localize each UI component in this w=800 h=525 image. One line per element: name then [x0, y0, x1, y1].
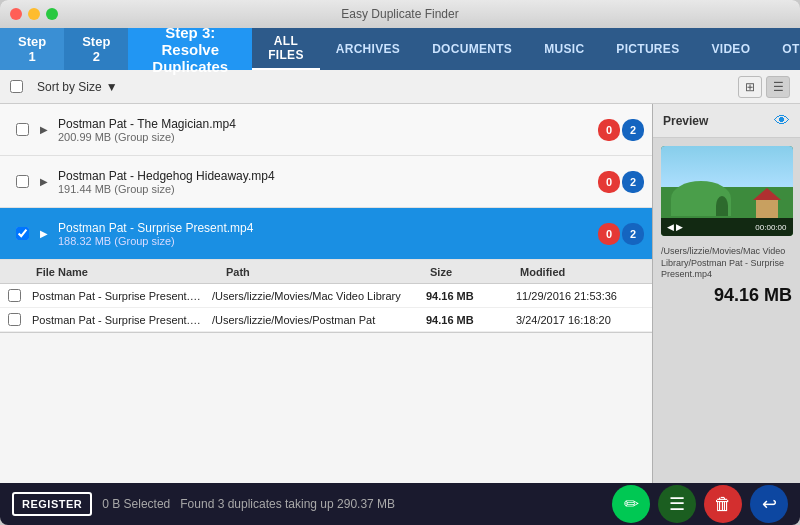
file-row-checkbox-cell — [0, 313, 28, 326]
sub-table-header: File Name Path Size Modified — [0, 260, 652, 284]
thumb-house — [756, 198, 778, 218]
titlebar: Easy Duplicate Finder — [0, 0, 800, 28]
group2-size: 191.44 MB (Group size) — [58, 183, 598, 195]
group2-name: Postman Pat - Hedgehog Hideaway.mp4 — [58, 169, 598, 183]
group3-info: Postman Pat - Surprise Present.mp4 188.3… — [58, 221, 598, 247]
sort-arrow-icon: ▼ — [106, 80, 118, 94]
preview-filesize: 94.16 MB — [653, 283, 800, 312]
col-header-modified: Modified — [512, 266, 652, 278]
checkbox-cell — [8, 175, 36, 188]
group3-badge: 0 2 — [598, 223, 644, 245]
col-header-path: Path — [218, 266, 422, 278]
thumb-sky — [661, 146, 793, 191]
group-row[interactable]: ▶ Postman Pat - The Magician.mp4 200.99 … — [0, 104, 652, 156]
checkbox-cell — [8, 123, 36, 136]
file-panel: ▶ Postman Pat - The Magician.mp4 200.99 … — [0, 104, 652, 483]
video-controls: ◀ ▶ 00:00:00 — [661, 218, 793, 236]
expand-arrow-icon: ▶ — [36, 226, 52, 242]
file2-size: 94.16 MB — [422, 314, 512, 326]
sort-button[interactable]: Sort by Size ▼ — [31, 77, 124, 97]
file2-modified: 3/24/2017 16:18:20 — [512, 314, 652, 326]
grid-view-button[interactable]: ⊞ — [738, 76, 762, 98]
file1-checkbox[interactable] — [8, 289, 21, 302]
sort-label: Sort by Size — [37, 80, 102, 94]
undo-button[interactable]: ↩ — [750, 485, 788, 523]
close-button[interactable] — [10, 8, 22, 20]
tab-pictures[interactable]: PICTURES — [600, 28, 695, 70]
group1-badge-blue: 2 — [622, 119, 644, 141]
tab-music[interactable]: MUSIC — [528, 28, 600, 70]
tab-documents[interactable]: DOCUMENTS — [416, 28, 528, 70]
expand-arrow-icon: ▶ — [36, 122, 52, 138]
tab-archives[interactable]: ARCHIVES — [320, 28, 416, 70]
step2-button[interactable]: Step 2 — [64, 28, 128, 70]
delete-button[interactable]: 🗑 — [704, 485, 742, 523]
step1-button[interactable]: Step 1 — [0, 28, 64, 70]
tab-all-files[interactable]: ALL FILES — [252, 28, 320, 70]
thumb-tree — [716, 196, 728, 216]
group2-badge-red: 0 — [598, 171, 620, 193]
file1-path: /Users/lizzie/Movies/Mac Video Library — [208, 290, 422, 302]
eye-icon: 👁 — [774, 112, 790, 130]
group3-size: 188.32 MB (Group size) — [58, 235, 598, 247]
col-header-filename: File Name — [28, 266, 218, 278]
group2-info: Postman Pat - Hedgehog Hideaway.mp4 191.… — [58, 169, 598, 195]
group3-badge-red: 0 — [598, 223, 620, 245]
step3-button[interactable]: Step 3: Resolve Duplicates — [128, 28, 252, 70]
main-content: ▶ Postman Pat - The Magician.mp4 200.99 … — [0, 104, 800, 483]
window-controls — [10, 8, 58, 20]
file1-name: Postman Pat - Surprise Present.mp4 — [28, 290, 208, 302]
group1-info: Postman Pat - The Magician.mp4 200.99 MB… — [58, 117, 598, 143]
col-header-size: Size — [422, 266, 512, 278]
sub-table: File Name Path Size Modified Postman Pat… — [0, 260, 652, 333]
expand-arrow-icon: ▶ — [36, 174, 52, 190]
group-row-selected[interactable]: ▶ Postman Pat - Surprise Present.mp4 188… — [0, 208, 652, 260]
tab-video[interactable]: VIDEO — [695, 28, 766, 70]
minimize-button[interactable] — [28, 8, 40, 20]
file2-path: /Users/lizzie/Movies/Postman Pat — [208, 314, 422, 326]
group1-name: Postman Pat - The Magician.mp4 — [58, 117, 598, 131]
preview-panel: Preview 👁 ◀ ▶ 00:00:00 /Users/lizzie/Mov… — [652, 104, 800, 483]
toolbar: Sort by Size ▼ ⊞ ☰ — [0, 70, 800, 104]
view-toggle: ⊞ ☰ — [738, 76, 790, 98]
file2-name: Postman Pat - Surprise Present.mp4 — [28, 314, 208, 326]
group1-badge: 0 2 — [598, 119, 644, 141]
bottombar: REGISTER 0 B Selected Found 3 duplicates… — [0, 483, 800, 525]
preview-title: Preview — [663, 114, 708, 128]
edit-button[interactable]: ✏ — [612, 485, 650, 523]
group2-badge: 0 2 — [598, 171, 644, 193]
group1-checkbox[interactable] — [16, 123, 29, 136]
file-row[interactable]: Postman Pat - Surprise Present.mp4 /User… — [0, 284, 652, 308]
group3-badge-blue: 2 — [622, 223, 644, 245]
group1-badge-red: 0 — [598, 119, 620, 141]
select-all-checkbox[interactable] — [10, 80, 23, 93]
file-row[interactable]: Postman Pat - Surprise Present.mp4 /User… — [0, 308, 652, 332]
video-time: 00:00:00 — [755, 223, 786, 232]
group2-badge-blue: 2 — [622, 171, 644, 193]
tab-other[interactable]: OTHER — [766, 28, 800, 70]
list-button[interactable]: ☰ — [658, 485, 696, 523]
group3-name: Postman Pat - Surprise Present.mp4 — [58, 221, 598, 235]
file2-checkbox[interactable] — [8, 313, 21, 326]
file1-modified: 11/29/2016 21:53:36 — [512, 290, 652, 302]
play-button[interactable]: ◀ ▶ — [667, 222, 684, 232]
found-status: Found 3 duplicates taking up 290.37 MB — [180, 497, 395, 511]
selected-status: 0 B Selected — [102, 497, 170, 511]
register-button[interactable]: REGISTER — [12, 492, 92, 516]
group3-checkbox[interactable] — [16, 227, 29, 240]
file-row-checkbox-cell — [0, 289, 28, 302]
maximize-button[interactable] — [46, 8, 58, 20]
group-row[interactable]: ▶ Postman Pat - Hedgehog Hideaway.mp4 19… — [0, 156, 652, 208]
checkbox-cell — [8, 227, 36, 240]
preview-filepath: /Users/lizzie/Movies/Mac Video Library/P… — [653, 240, 800, 283]
group1-size: 200.99 MB (Group size) — [58, 131, 598, 143]
thumb-roof — [753, 188, 781, 200]
bottom-actions: ✏ ☰ 🗑 ↩ — [612, 485, 788, 523]
list-view-button[interactable]: ☰ — [766, 76, 790, 98]
file1-size: 94.16 MB — [422, 290, 512, 302]
group2-checkbox[interactable] — [16, 175, 29, 188]
tabbar: ALL FILES ARCHIVES DOCUMENTS MUSIC PICTU… — [252, 28, 800, 70]
stepbar: Step 1 Step 2 Step 3: Resolve Duplicates… — [0, 28, 800, 70]
preview-header: Preview 👁 — [653, 104, 800, 138]
preview-thumbnail: ◀ ▶ 00:00:00 — [661, 146, 793, 236]
